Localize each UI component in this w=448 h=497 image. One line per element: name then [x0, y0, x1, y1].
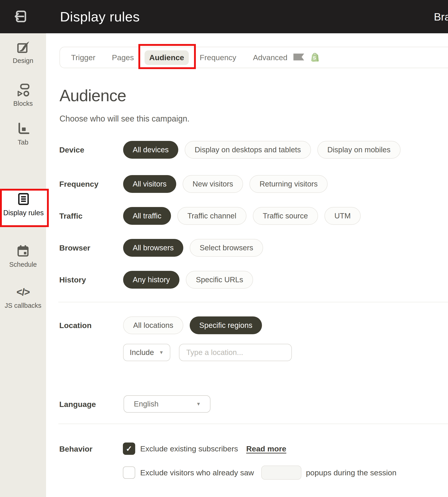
- location-row: Location All locations Specific regions: [59, 316, 262, 334]
- exclude-subscribers-checkbox[interactable]: ✓: [123, 443, 135, 455]
- left-sidebar: Design Blocks Tab: [0, 33, 46, 497]
- chevron-down-icon: ▼: [159, 350, 164, 355]
- shopify-bag-icon: S: [310, 52, 319, 63]
- location-label: Location: [59, 321, 123, 330]
- language-label: Language: [59, 400, 123, 409]
- tab-frequency[interactable]: Frequency: [200, 53, 236, 62]
- device-label: Device: [59, 145, 123, 154]
- read-more-link[interactable]: Read more: [246, 444, 286, 453]
- popup-count-input[interactable]: [261, 465, 301, 480]
- chevron-down-icon: ▼: [196, 401, 201, 407]
- sidebar-item-design[interactable]: Design: [0, 40, 46, 64]
- option-new-visitors[interactable]: New visitors: [183, 175, 243, 193]
- option-desktops-tablets[interactable]: Display on desktops and tablets: [185, 141, 311, 159]
- browser-row: Browser All browsers Select browsers: [59, 239, 263, 257]
- history-label: History: [59, 275, 123, 284]
- account-name-truncated[interactable]: Bra: [434, 0, 448, 33]
- history-row: History Any history Specific URLs: [59, 271, 253, 289]
- option-select-browsers[interactable]: Select browsers: [190, 239, 263, 257]
- display-rules-list-icon: [0, 192, 47, 206]
- traffic-options: All traffic Traffic channel Traffic sour…: [123, 207, 361, 225]
- language-dropdown-value: English: [134, 400, 159, 408]
- browser-options: All browsers Select browsers: [123, 239, 263, 257]
- include-dropdown-value: Include: [130, 348, 154, 357]
- sidebar-item-label: Schedule: [0, 261, 46, 268]
- history-options: Any history Specific URLs: [123, 271, 253, 289]
- option-mobiles[interactable]: Display on mobiles: [317, 141, 400, 159]
- tab-advanced[interactable]: Advanced: [253, 53, 287, 62]
- location-search-input[interactable]: [179, 344, 292, 361]
- device-row: Device All devices Display on desktops a…: [59, 141, 400, 159]
- divider: [58, 302, 448, 302]
- option-specific-regions[interactable]: Specific regions: [190, 316, 262, 334]
- sidebar-item-label: JS callbacks: [0, 302, 46, 309]
- sidebar-item-display-rules[interactable]: Display rules: [0, 192, 47, 217]
- section-title: Audience: [60, 86, 126, 105]
- exclude-saw-suffix-text: popups during the session: [306, 468, 397, 477]
- location-options: All locations Specific regions: [123, 316, 262, 334]
- language-row: Language: [59, 395, 123, 413]
- display-rules-page: Display rules Bra Design Blocks: [0, 0, 448, 497]
- option-traffic-channel[interactable]: Traffic channel: [177, 207, 246, 225]
- design-brush-icon: [0, 40, 46, 54]
- sidebar-item-label: Display rules: [0, 209, 47, 217]
- language-dropdown[interactable]: English ▼: [124, 395, 210, 413]
- option-any-history[interactable]: Any history: [123, 271, 179, 289]
- exclude-saw-popups-checkbox[interactable]: [123, 466, 135, 479]
- section-subtitle: Choose who will see this campaign.: [60, 114, 190, 124]
- blocks-shapes-icon: [0, 83, 46, 97]
- sidebar-item-schedule[interactable]: Schedule: [0, 244, 46, 268]
- option-specific-urls[interactable]: Specific URLs: [186, 271, 253, 289]
- sidebar-item-label: Goal: [0, 219, 46, 226]
- option-utm[interactable]: UTM: [324, 207, 361, 225]
- option-all-devices[interactable]: All devices: [123, 141, 178, 159]
- behavior-label: Behavior: [59, 445, 93, 453]
- option-all-locations[interactable]: All locations: [123, 316, 183, 334]
- sidebar-item-label: Design: [0, 57, 46, 64]
- tab-audience[interactable]: Audience: [149, 53, 184, 62]
- sidebar-item-label: Blocks: [0, 100, 46, 107]
- option-traffic-source[interactable]: Traffic source: [253, 207, 318, 225]
- option-all-visitors[interactable]: All visitors: [123, 175, 176, 193]
- schedule-calendar-icon: [0, 244, 46, 258]
- frequency-row: Frequency All visitors New visitors Retu…: [59, 175, 328, 193]
- frequency-label: Frequency: [59, 180, 123, 189]
- tab-trigger[interactable]: Trigger: [71, 53, 95, 62]
- frequency-options: All visitors New visitors Returning visi…: [123, 175, 328, 193]
- option-all-browsers[interactable]: All browsers: [123, 239, 183, 257]
- exclude-saw-popups-row: Exclude visitors who already saw popups …: [123, 465, 397, 480]
- settings-tab-bar: Trigger Pages Audience Frequency Advance…: [60, 47, 448, 68]
- page-title: Display rules: [60, 0, 140, 33]
- code-icon: </>: [0, 285, 46, 299]
- divider: [58, 424, 448, 424]
- traffic-label: Traffic: [59, 211, 123, 221]
- back-button[interactable]: [12, 9, 28, 25]
- option-returning-visitors[interactable]: Returning visitors: [249, 175, 328, 193]
- option-all-traffic[interactable]: All traffic: [123, 207, 171, 225]
- top-header-bar: Display rules Bra: [0, 0, 448, 33]
- browser-label: Browser: [59, 243, 123, 252]
- checkmark-icon: ✓: [126, 444, 132, 453]
- exclude-subscribers-row: ✓ Exclude existing subscribers Read more: [123, 443, 286, 455]
- exclude-subscribers-text: Exclude existing subscribers: [140, 444, 238, 453]
- tab-corner-icon: [0, 122, 46, 136]
- device-options: All devices Display on desktops and tabl…: [123, 141, 400, 159]
- exclude-saw-prefix-text: Exclude visitors who already saw: [140, 468, 254, 477]
- sidebar-item-js-callbacks[interactable]: </> JS callbacks: [0, 285, 46, 309]
- sidebar-item-tab[interactable]: Tab: [0, 122, 46, 146]
- sidebar-item-blocks[interactable]: Blocks: [0, 83, 46, 107]
- traffic-row: Traffic All traffic Traffic channel Traf…: [59, 207, 361, 225]
- include-dropdown[interactable]: Include ▼: [123, 344, 170, 361]
- flag-badge-icon: [293, 54, 304, 61]
- sidebar-item-label: Tab: [0, 139, 46, 146]
- tab-pages[interactable]: Pages: [112, 53, 134, 62]
- location-filter-row: Include ▼: [123, 344, 292, 361]
- exit-back-icon: [12, 9, 28, 25]
- svg-text:S: S: [313, 55, 316, 60]
